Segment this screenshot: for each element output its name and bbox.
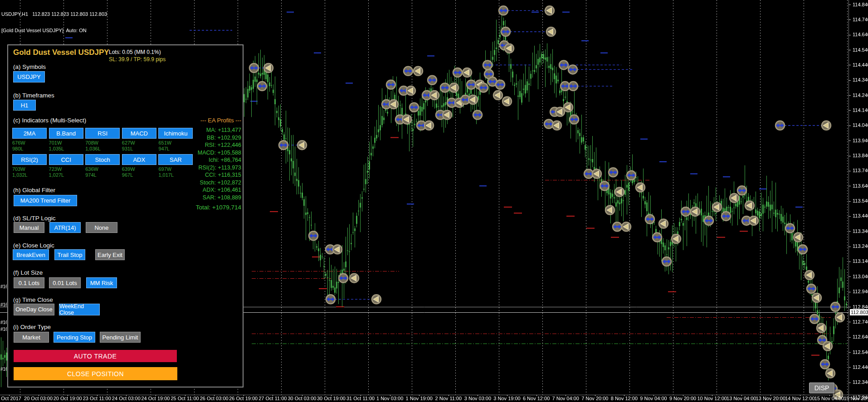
auto-trade-button[interactable]: AUTO TRADE (14, 350, 177, 362)
time-axis-label: 3 Nov 03:00 (464, 396, 491, 401)
section-label-time-close: (g) Time Close (13, 296, 53, 303)
price-axis-label: 114.340 (853, 77, 868, 82)
price-axis-label: 112.340 (853, 379, 868, 385)
time-axis[interactable]: 9 Oct 201720 Oct 03:0020 Oct 19:0023 Oct… (0, 395, 868, 402)
button-001-lots[interactable]: 0.01 Lots (49, 277, 81, 288)
price-axis-label: 114.040 (853, 122, 868, 128)
price-axis-label: 114.640 (853, 32, 868, 37)
trade-tag: #16 (0, 367, 7, 372)
ea-profits-block: --- EA Profits --- MA: +113,477BB: +102,… (171, 117, 241, 211)
price-axis[interactable]: 112.803 114.840114.740114.640114.540114.… (849, 0, 868, 395)
time-axis-label: 14 Nov 12:00 (785, 396, 814, 401)
indicator-button-stoch[interactable]: Stoch (85, 154, 120, 165)
indicator-stats-rsi2: 703W1,032L (12, 166, 28, 178)
symbol-ohlc-readout: USDJPY,H1 112.823 112.823 112.803 112.80… (1, 11, 107, 17)
trade-tag: #16 (0, 320, 7, 325)
price-axis-label: 114.540 (853, 47, 868, 53)
chart-readout: USDJPY,H1 112.823 112.823 112.803 112.80… (1, 0, 107, 44)
button-pending-stop[interactable]: Pending Stop (54, 332, 95, 343)
close-position-button[interactable]: CLOSE POSITION (14, 367, 177, 380)
indicator-stat-line: 980L (12, 146, 25, 152)
time-axis-label: 13 Nov 04:00 (727, 396, 756, 401)
indicator-stat-line: 974L (85, 172, 98, 178)
button-mm-risk[interactable]: MM Risk (86, 277, 117, 288)
indicator-button-rsi2[interactable]: RSI(2) (12, 154, 47, 165)
price-axis-label: 113.940 (853, 138, 868, 143)
time-axis-label: 6 Nov 12:00 (523, 396, 550, 401)
price-axis-label: 112.940 (853, 289, 868, 294)
indicator-stat-line: 1,032L (12, 172, 28, 178)
time-axis-label: 1 Nov 03:00 (376, 396, 403, 401)
price-axis-label: 112.740 (853, 319, 868, 325)
mt4-chart-window: USDJPY,H1 112.823 112.823 112.803 112.80… (0, 0, 868, 402)
indicator-stat-line: 627W (122, 140, 135, 146)
button-weekend-close[interactable]: WeekEnd Close (59, 304, 100, 315)
ea-profit-row: ADX: +106,461 (171, 186, 241, 194)
button-breakeven[interactable]: BreakEven (13, 249, 49, 260)
indicator-stats-macd: 627W931L (122, 140, 135, 152)
ea-status-readout: [Gold Dust Vessel USDJPY] Auto: ON (1, 28, 107, 33)
trade-tag: #16 (0, 327, 7, 332)
button-atr14[interactable]: ATR(14) (49, 222, 81, 233)
button-none[interactable]: None (86, 222, 117, 233)
time-axis-label: 10 Nov 12:00 (697, 396, 727, 401)
indicator-stat-line: 967L (122, 172, 135, 178)
indicator-stat-line: 701W (49, 140, 64, 146)
indicator-stat-line: 651W (158, 140, 171, 146)
price-axis-label: 113.840 (853, 153, 868, 158)
button-pending-limit[interactable]: Pending Limit (100, 332, 141, 343)
timeframe-button-h1[interactable]: H1 (13, 100, 36, 111)
ea-profit-row: Stoch: +102,872 (171, 179, 241, 187)
time-axis-label: 9 Nov 04:00 (640, 396, 667, 401)
indicator-stat-line: 723W (49, 166, 64, 172)
button-ma200-trend-filter[interactable]: MA200 Trend Filter (14, 195, 77, 206)
button-01-lots[interactable]: 0.1 Lots (14, 277, 44, 288)
price-axis-label: 114.840 (853, 2, 868, 7)
time-axis-label: 3 Nov 19:00 (493, 396, 520, 401)
indicator-stat-line: 676W (12, 140, 25, 146)
price-axis-label: 112.640 (853, 334, 868, 339)
time-axis-label: 8 Nov 12:00 (611, 396, 638, 401)
button-manual[interactable]: Manual (14, 222, 44, 233)
button-oneday-close[interactable]: OneDay Close (14, 304, 54, 315)
indicator-button-cci[interactable]: CCI (49, 154, 83, 165)
ea-profit-row: RSI: +122,446 (171, 141, 241, 149)
price-axis-label: 112.840 (853, 304, 868, 310)
indicator-stats-ichimoku: 651W947L (158, 140, 171, 152)
price-axis-label: 113.740 (853, 168, 868, 173)
time-axis-label: 31 Oct 11:00 (346, 396, 375, 401)
indicator-button-adx[interactable]: ADX (122, 154, 156, 165)
price-axis-label: 113.340 (853, 228, 868, 234)
ea-profit-row: MA: +113,477 (171, 126, 241, 134)
price-axis-label: 113.040 (853, 274, 868, 279)
indicator-button-rsi[interactable]: RSI (85, 128, 120, 139)
time-axis-label: 26 Oct 03:00 (200, 396, 229, 401)
indicator-stat-line: 639W (122, 166, 135, 172)
ea-profit-row: Ichi: +86,764 (171, 156, 241, 164)
button-market[interactable]: Market (14, 332, 49, 343)
sltp-readout: SL: 39.9 / TP: 59.9 pips (109, 56, 166, 63)
indicator-stats-cci: 723W1,027L (49, 166, 64, 178)
section-label-symbols: (a) Symbols (13, 63, 46, 70)
price-axis-label: 113.140 (853, 258, 868, 264)
indicator-button-macd[interactable]: MACD (122, 128, 156, 139)
indicator-stats-2ma: 676W980L (12, 140, 25, 152)
disp-button[interactable]: DISP (809, 383, 834, 393)
price-axis-label: 113.540 (853, 198, 868, 203)
button-trail-stop[interactable]: Trail Stop (54, 249, 85, 260)
button-early-exit[interactable]: Early Exit (95, 249, 125, 260)
price-axis-label: 114.140 (853, 107, 868, 113)
indicator-stats-stoch: 636W974L (85, 166, 98, 178)
time-axis-label: 20 Oct 19:00 (54, 396, 82, 401)
indicator-stat-line: 703W (12, 166, 28, 172)
section-label-indicators: (c) Indicators (Multi-Select) (13, 117, 86, 124)
price-axis-label: 113.640 (853, 183, 868, 189)
indicator-stat-line: 636W (85, 166, 98, 172)
indicator-button-bband[interactable]: B.Band (49, 128, 83, 139)
indicator-button-2ma[interactable]: 2MA (12, 128, 47, 139)
symbol-button-usdjpy[interactable]: USDJPY (13, 71, 45, 82)
time-axis-label: 20 Oct 03:00 (24, 396, 53, 401)
time-axis-label: 15 Nov 20:00 (844, 396, 868, 401)
time-axis-label: 13 Nov 20:00 (756, 396, 785, 401)
price-axis-label: 113.240 (853, 243, 868, 249)
